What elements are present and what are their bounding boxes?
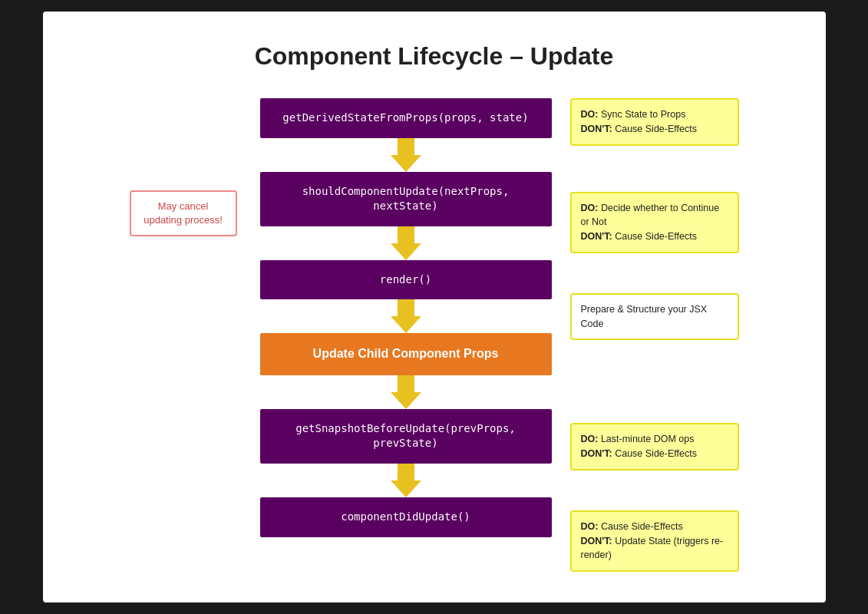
page-title: Component Lifecycle – Update [81, 42, 787, 71]
arrow-shaft [398, 226, 414, 243]
arrow-shaft [398, 138, 414, 155]
arrow-shaft [398, 464, 414, 480]
arrow-shaft [398, 299, 414, 316]
right-note-5: DO: Cause Side-Effects DON'T: Update Sta… [570, 510, 739, 572]
arrow-head [391, 316, 421, 333]
step-getDerivedStateFromProps: getDerivedStateFromProps(props, state) [260, 98, 552, 138]
arrow-head [391, 243, 421, 260]
right-note-3: Prepare & Structure your JSX Code [570, 293, 739, 341]
right-note-4: DO: Last-minute DOM ops DON'T: Cause Sid… [570, 423, 739, 470]
right-note-2: DO: Decide whether to Continue or Not DO… [570, 192, 739, 253]
step-shouldComponentUpdate: shouldComponentUpdate(nextProps, nextSta… [260, 172, 552, 226]
cancel-note-text: May cancel updating process! [144, 200, 223, 226]
step-componentDidUpdate: componentDidUpdate() [260, 497, 552, 537]
center-column: getDerivedStateFromProps(props, state) s… [260, 98, 552, 537]
arrow-head [391, 480, 421, 497]
step-update-child-props: Update Child Component Props [260, 333, 552, 375]
arrow-4 [391, 375, 421, 409]
slide: Component Lifecycle – Update May cancel … [43, 12, 826, 602]
arrow-head [391, 155, 421, 172]
arrow-head [391, 392, 421, 409]
cancel-note-box: May cancel updating process! [130, 190, 237, 236]
arrow-3 [391, 299, 421, 333]
arrow-shaft [398, 375, 414, 392]
right-notes-column: DO: Sync State to Props DON'T: Cause Sid… [570, 98, 739, 572]
arrow-1 [391, 138, 421, 172]
diagram-container: May cancel updating process! getDerivedS… [81, 98, 787, 572]
right-note-1: DO: Sync State to Props DON'T: Cause Sid… [570, 98, 739, 146]
step-render: render() [260, 260, 552, 300]
arrow-5 [391, 464, 421, 497]
step-getSnapshotBeforeUpdate: getSnapshotBeforeUpdate(prevProps, prevS… [260, 409, 552, 464]
arrow-2 [391, 226, 421, 260]
left-note-area: May cancel updating process! [130, 190, 237, 236]
